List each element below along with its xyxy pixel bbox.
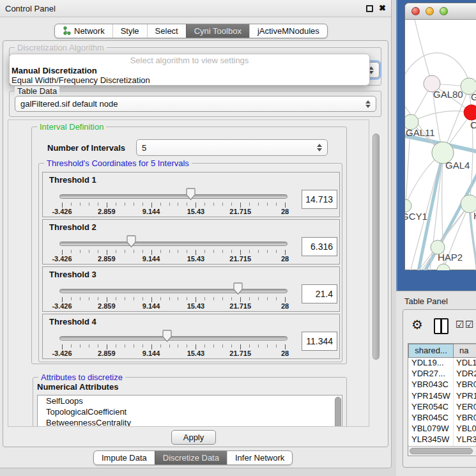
tab-impute-data[interactable]: Impute Data [94,451,155,464]
slider-tick [98,344,98,348]
apply-button[interactable]: Apply [171,430,216,445]
network-canvas[interactable]: GAL80GACGAL11GAL4GCY1HHAP2 [405,20,476,270]
attribute-list-item[interactable]: SelfLoops [38,395,342,406]
slider-tick [276,297,277,300]
table-row[interactable]: YPR145WYPR1 [408,391,476,402]
table-header-row: shared... na [408,344,476,358]
slider-tick [187,344,187,348]
close-traffic-light-icon[interactable] [411,7,420,15]
slider-tick [204,250,205,253]
tab-discretize-data[interactable]: Discretize Data [155,451,227,464]
cell-name: YDL1 [454,358,476,369]
tick-label: 15.43 [187,302,205,310]
column-header-name[interactable]: na [454,344,476,358]
slider-thumb[interactable] [185,188,196,201]
slider-tick [71,344,72,348]
slider-track[interactable] [59,336,288,341]
zoom-traffic-light-icon[interactable] [440,7,448,15]
network-node[interactable] [437,264,450,270]
table-row[interactable]: YBR043CYBR0 [408,380,476,390]
slider-tick [231,250,232,253]
table-data-value: galFiltered.sif default node [20,99,118,109]
slider-tick [125,344,125,348]
algorithm-option[interactable]: Manual Discretization [10,66,369,75]
table-data-combo[interactable]: galFiltered.sif default node [15,96,376,112]
tick-label: 9.144 [142,255,160,263]
threshold-value-field[interactable]: 21.4 [302,284,337,303]
tab-style[interactable]: Style [112,24,147,38]
slider-tick [222,297,223,300]
slider-tick [267,250,268,253]
slider-tick [98,250,98,253]
table-horizontal-scrollbar[interactable] [408,446,476,456]
table-row[interactable]: YLR345WYLR3 [408,434,476,445]
threshold-value-field[interactable]: 11.344 [302,332,337,351]
tick-label: 15.43 [187,255,205,263]
gear-icon[interactable]: ⚙ [411,317,423,332]
tab-jactivemnodules[interactable]: jActiveMNodules [249,24,327,38]
slider-tick [160,344,161,348]
columns-icon[interactable] [434,318,449,334]
network-node-c[interactable] [464,105,476,120]
tab-infer-network[interactable]: Infer Network [227,451,292,464]
threshold-value-field[interactable]: 6.316 [302,237,337,256]
table-data-group: Table Data galFiltered.sif default node [9,91,381,117]
tab-select[interactable]: Select [147,24,186,38]
close-icon[interactable]: ✖ [379,3,386,13]
slider-tick [258,250,259,253]
table-row[interactable]: YER054CYER0 [408,402,476,413]
column-header-shared-name[interactable]: shared... [408,344,454,358]
tick-label: 2.859 [98,349,116,357]
slider-track[interactable] [59,289,288,293]
slider-tick [178,250,178,253]
tick-label: 2.859 [98,302,116,310]
attributes-group: Attributes to discretize Numerical Attri… [33,377,347,427]
table-row[interactable]: YDL19...YDL1 [408,358,476,369]
network-window-titlebar[interactable] [405,3,476,20]
panel-scrollbar-thumb[interactable] [372,134,380,360]
cell-shared-name: YDR27... [408,369,454,380]
checkbox-checked-icon[interactable]: ☑ [465,319,473,330]
slider-track[interactable] [59,194,288,199]
slider-tick [196,250,196,255]
table-row[interactable]: YBL079WYBL0 [408,424,476,434]
slider-tick [231,203,232,206]
attributes-scrollbar[interactable] [335,397,341,427]
slider-tick [116,250,116,253]
slider-tick [249,203,250,206]
tab-cyni-toolbox[interactable]: Cyni Toolbox [186,24,249,38]
table-hscroll-thumb[interactable] [410,448,473,454]
window-title: Control Panel [5,4,56,13]
slider-tick [240,344,241,349]
slider-track[interactable] [59,242,288,246]
attribute-list-item[interactable]: BetweennessCentrality [38,417,342,427]
slider-thumb[interactable] [233,282,243,295]
slider-thumb[interactable] [126,235,137,248]
slider-thumb[interactable] [162,330,173,342]
slider-tick [116,344,116,348]
tab-label: Infer Network [235,453,284,463]
threshold-value-field[interactable]: 14.713 [302,190,337,209]
slider-tick [169,203,170,206]
number-of-intervals-combo[interactable]: 5 [136,139,328,156]
threshold-title: Threshold 1 [49,175,96,185]
cell-name: YER0 [454,402,476,413]
float-window-icon[interactable] [366,5,373,12]
slider-tick [98,297,98,300]
tab-label: Network [74,26,105,36]
attribute-list-item[interactable]: TopologicalCoefficient [38,406,342,417]
minimize-traffic-light-icon[interactable] [426,7,434,15]
tab-label: Cyni Toolbox [194,26,242,36]
table-row[interactable]: YBR045CYBR0 [408,413,476,424]
checkbox-checked-icon[interactable]: ☑ [456,319,464,330]
cell-name: YLR3 [454,434,476,445]
panel-scrollbar[interactable] [372,119,381,427]
slider-tick [204,203,205,206]
network-node-gcy1[interactable] [405,199,411,212]
slider-tick [285,297,286,302]
algorithm-option[interactable]: Equal Width/Frequency Discretization [10,75,369,85]
table-row[interactable]: YDR27...YDR2 [408,369,476,380]
slider-tick [178,344,178,348]
tab-network[interactable]: Network [55,24,112,38]
slider-tick [71,297,72,300]
